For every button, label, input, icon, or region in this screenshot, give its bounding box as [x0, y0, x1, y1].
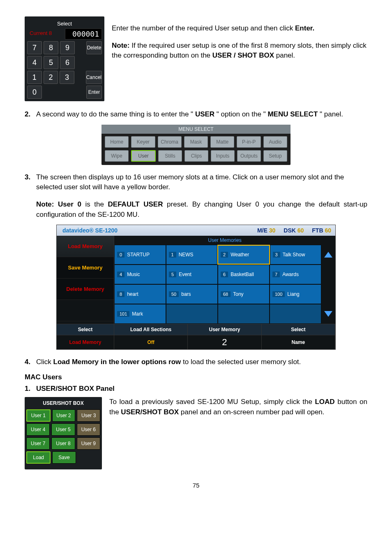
mac-step-1: 1. USER/SHOT BOX Panel — [25, 384, 367, 394]
user-7[interactable]: User 7 — [26, 437, 50, 450]
key-2[interactable]: 2 — [44, 71, 58, 84]
slot-empty-1[interactable] — [166, 304, 218, 324]
key-6[interactable]: 6 — [60, 56, 75, 69]
slot-101-num: 101 — [117, 311, 129, 317]
slot-68-num: 68 — [221, 291, 231, 297]
menu-audio[interactable]: Audio — [263, 136, 287, 148]
hdr-me: M/E — [257, 227, 267, 234]
slot-6[interactable]: 6BasketBall — [218, 265, 270, 284]
slot-100[interactable]: 100Liang — [270, 284, 321, 304]
slot-7[interactable]: 7Awards — [270, 265, 321, 284]
key-8[interactable]: 8 — [44, 41, 58, 54]
scroll-down[interactable] — [321, 304, 335, 324]
select-numpad: Select Current 8 000001 7 8 9 Delete 4 5… — [25, 16, 104, 101]
mac-body-e: panel and an on-screen number pad will o… — [181, 408, 325, 416]
note-label: Note: — [112, 42, 129, 49]
user-1[interactable]: User 1 — [26, 409, 51, 422]
footer-off[interactable]: Off — [114, 335, 188, 349]
slot-2-num: 2 — [221, 252, 228, 258]
delete-button[interactable]: Delete — [86, 41, 102, 54]
current-label: Current 8 — [27, 28, 65, 39]
key-0[interactable]: 0 — [27, 86, 42, 99]
side-load-memory[interactable]: Load Memory — [57, 236, 114, 257]
menu-mask[interactable]: Mask — [184, 136, 208, 148]
step2-a: A second way to do the same thing is to … — [36, 110, 193, 118]
slot-4[interactable]: 4Music — [114, 265, 166, 284]
menu-pinp[interactable]: P-in-P — [237, 136, 261, 148]
slot-50[interactable]: 50bars — [166, 284, 218, 304]
menu-keyer[interactable]: Keyer — [131, 136, 155, 148]
slot-8-num: 8 — [117, 291, 125, 297]
grid-title: User Memories — [114, 236, 335, 245]
key-7[interactable]: 7 — [27, 41, 42, 54]
user-memories-panel: datavideo® SE-1200 M/E 30 DSK 60 FTB 60 … — [56, 225, 336, 350]
footer-num[interactable]: 2 — [188, 335, 261, 349]
numpad-display: 000001 — [65, 28, 102, 39]
slot-3[interactable]: 3Talk Show — [270, 245, 322, 265]
step3-note-a: Note: User 0 — [36, 200, 81, 208]
user-5[interactable]: User 5 — [51, 423, 75, 436]
side-delete-memory[interactable]: Delete Memory — [57, 279, 114, 300]
key-3[interactable]: 3 — [60, 71, 74, 84]
step2-c: " option on the " — [217, 110, 266, 118]
key-4[interactable]: 4 — [27, 56, 42, 69]
save-button[interactable]: Save — [52, 451, 76, 464]
foot-select-2: Select — [262, 324, 335, 335]
menu-wipe[interactable]: Wipe — [105, 150, 129, 162]
chevron-down-icon — [324, 311, 332, 317]
slot-1[interactable]: 1NEWS — [166, 245, 218, 265]
key-1[interactable]: 1 — [27, 71, 42, 84]
user-6[interactable]: User 6 — [77, 423, 100, 436]
user-4[interactable]: User 4 — [26, 423, 50, 436]
footer-load-memory[interactable]: Load Memory — [57, 335, 114, 349]
load-button[interactable]: Load — [26, 451, 51, 464]
menu-stills[interactable]: Stills — [158, 150, 182, 162]
mac-step1-text: USER/SHOT BOX Panel — [36, 385, 115, 392]
mac-body-b: LOAD — [315, 398, 334, 406]
user-2[interactable]: User 2 — [52, 409, 76, 422]
user-9[interactable]: User 9 — [77, 437, 100, 450]
menu-user[interactable]: User — [131, 150, 156, 162]
key-5[interactable]: 5 — [44, 56, 58, 69]
mac-body-text: To load a previously saved SE-1200 MU Se… — [109, 397, 367, 469]
cancel-button[interactable]: Cancel — [86, 71, 102, 84]
user-8[interactable]: User 8 — [51, 437, 75, 450]
slot-8[interactable]: 8heart — [114, 284, 166, 304]
menu-chroma[interactable]: Chroma — [158, 136, 182, 148]
slot-5[interactable]: 5Event — [166, 265, 218, 284]
menu-matte[interactable]: Matte — [210, 136, 234, 148]
slot-7-label: Awards — [282, 272, 299, 277]
slot-68[interactable]: 68Tony — [218, 284, 270, 304]
usb-title: USER/SHOT BOX — [26, 399, 100, 408]
slot-empty-3[interactable] — [270, 304, 321, 324]
footer-name[interactable]: Name — [262, 335, 335, 349]
menu-home[interactable]: Home — [105, 136, 129, 148]
menu-clips[interactable]: Clips — [184, 150, 208, 162]
slot-68-label: Tony — [233, 291, 243, 297]
menu-inputs[interactable]: Inputs — [211, 150, 235, 162]
menu-setup[interactable]: Setup — [263, 150, 287, 162]
slot-6-label: BasketBall — [231, 272, 254, 277]
slot-0[interactable]: 0STARTUP — [114, 245, 166, 265]
step-3: 3. The screen then displays up to 16 use… — [25, 172, 367, 193]
side-save-memory[interactable]: Save Memory — [57, 257, 114, 279]
step3-note-c: DEFAULT USER — [108, 200, 163, 208]
menu-outputs[interactable]: Outputs — [237, 150, 261, 162]
slot-101-label: Mark — [132, 311, 143, 317]
step3-text: The screen then displays up to 16 user m… — [36, 172, 367, 193]
step2-d: MENU SELECT — [267, 110, 318, 118]
user-3[interactable]: User 3 — [77, 409, 100, 422]
slot-empty-2[interactable] — [218, 304, 270, 324]
slot-6-num: 6 — [221, 272, 228, 277]
key-9[interactable]: 9 — [60, 41, 75, 54]
page-number: 75 — [25, 482, 367, 489]
step2-num: 2. — [25, 109, 32, 120]
scroll-up[interactable] — [321, 245, 335, 265]
enter-button[interactable]: Enter — [86, 86, 102, 99]
step3-note: Note: User 0 is the DEFAULT USER preset.… — [25, 200, 367, 220]
slot-2-label: Weather — [231, 252, 249, 258]
arrow-spacer-2 — [321, 284, 335, 304]
slot-2[interactable]: 2Weather — [217, 245, 270, 265]
foot-user-mem: User Memory — [188, 324, 261, 335]
slot-101[interactable]: 101Mark — [114, 304, 166, 324]
